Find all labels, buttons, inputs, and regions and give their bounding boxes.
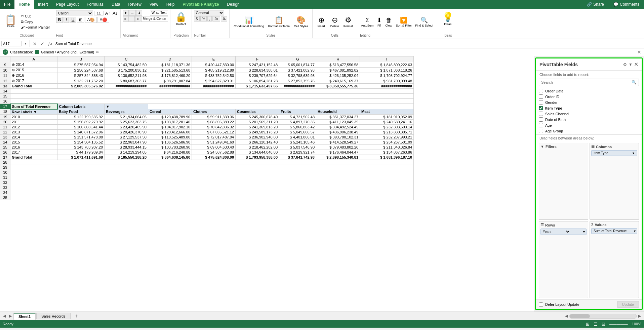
align-left-button[interactable]: ≡ [123, 16, 128, 22]
classification-edit-icon[interactable]: ✏ [96, 50, 99, 54]
cell-B13[interactable]: $ 2,005,305,576.02 [57, 84, 105, 89]
cell-A11[interactable]: ⊕ 2016 [10, 73, 57, 78]
col-header-A[interactable]: A [10, 56, 57, 62]
defer-layout-checkbox[interactable] [539, 302, 543, 307]
cell-H13[interactable]: $ 3,350,555,775.36 [316, 84, 360, 89]
cell-C10[interactable]: $ 175,200,836.12 [105, 68, 148, 73]
tab-data[interactable]: Data [108, 0, 124, 9]
cell-B9[interactable]: $ 275,587,954.94 [57, 62, 105, 68]
clear-button[interactable]: 🗑 Clear [384, 16, 394, 28]
cell-G9[interactable]: $ 65,001,874.77 [279, 62, 316, 68]
border-button[interactable]: ⊞ [77, 17, 84, 23]
cell-C12[interactable]: $ 80,687,303.77 [105, 78, 148, 84]
fill-color-button[interactable]: A🎨 [85, 17, 97, 23]
classification-close-button[interactable]: ✕ [637, 49, 641, 55]
formula-input[interactable] [54, 41, 643, 46]
add-sheet-button[interactable]: ＋ [71, 312, 82, 320]
tab-file[interactable]: File [0, 0, 14, 9]
tab-review[interactable]: Review [124, 0, 145, 9]
bold-button[interactable]: B [56, 17, 63, 23]
cell-H10[interactable]: $ 467,081,892.82 [316, 68, 360, 73]
cell-H18[interactable]: Household [316, 109, 360, 115]
scroll-bar-right[interactable]: ▶ [637, 313, 643, 319]
wrap-text-button[interactable]: Wrap Text [150, 10, 168, 16]
italic-button[interactable]: I [64, 17, 69, 23]
pivot-field-checkbox-age[interactable] [539, 123, 543, 127]
underline-button[interactable]: U [70, 17, 77, 23]
row-header-13[interactable]: 13 [0, 84, 10, 89]
status-bar-icon-normal-view[interactable]: ⊞ [586, 322, 590, 327]
tab-insert[interactable]: Insert [34, 0, 52, 9]
col-header-G[interactable]: G [279, 56, 316, 62]
cell-styles-button[interactable]: 🎨 Cell Styles [292, 15, 310, 29]
format-painter-button[interactable]: 🖌 Format Painter [20, 25, 51, 30]
cell-A17[interactable]: Sum of Total Revenue [10, 104, 57, 109]
column-tag-dropdown-icon[interactable]: ▼ [632, 152, 635, 155]
protect-button[interactable]: 🔒 Protect [173, 10, 189, 34]
fill-button[interactable]: ⬇ Fill [376, 16, 383, 28]
cell-E11[interactable]: $ 438,752,342.50 [192, 73, 236, 78]
cell-A12[interactable]: ⊕ 2017 [10, 78, 57, 84]
cell-H12[interactable]: $ 240,615,169.37 [316, 78, 360, 84]
cell-C18[interactable]: Beverages [105, 109, 148, 115]
cell-F18[interactable]: Cosmetics [236, 109, 279, 115]
tab-sheet1[interactable]: Sheet1 [13, 313, 36, 320]
cell-reference-input[interactable] [1, 41, 22, 46]
cell-E10[interactable]: $ 485,219,212.89 [192, 68, 236, 73]
cell-C13[interactable]: ############### [105, 84, 148, 89]
number-format-select[interactable]: General [194, 10, 224, 15]
font-color-button[interactable]: A🔴 [97, 17, 109, 23]
cell-D18[interactable]: Cereal [148, 109, 192, 115]
pivot-field-checkbox-item-type[interactable] [539, 106, 543, 110]
cell-I9[interactable]: $ 1,846,809,222.63 [360, 62, 414, 68]
cell-E12[interactable]: $ 294,627,829.31 [192, 78, 236, 84]
cell-D9[interactable]: $ 181,118,371.36 [148, 62, 192, 68]
cell-G11[interactable]: $ 32,798,639.98 [279, 73, 316, 78]
cell-D12[interactable]: $ 98,791,007.84 [148, 78, 192, 84]
row-header-10[interactable]: 10 [0, 68, 10, 73]
status-bar-icon-page-layout[interactable]: ☰ [594, 322, 598, 327]
tab-help[interactable]: Help [162, 0, 179, 9]
pivot-field-checkbox-gender[interactable] [539, 100, 543, 105]
cell-I13[interactable]: ############### [360, 84, 414, 89]
pivot-column-tag-item-type[interactable]: Item Type ▼ [591, 150, 637, 156]
pivot-field-checkbox-date-of-birth[interactable] [539, 117, 543, 122]
cell-F11[interactable]: $ 239,707,629.64 [236, 73, 279, 78]
row-header-18[interactable]: 18 [0, 109, 10, 115]
format-button[interactable]: ⚙ Format [342, 15, 355, 29]
pivot-field-checkbox-order-date[interactable] [539, 89, 543, 93]
align-center-button[interactable]: ☰ [128, 16, 135, 22]
cell-C11[interactable]: $ 136,652,211.98 [105, 73, 148, 78]
autosum-button[interactable]: Σ AutoSum [360, 16, 374, 28]
cancel-formula-button[interactable]: ✕ [31, 41, 39, 46]
spreadsheet-area[interactable]: A B C D E F G H I 9 ⊕ 2014 $ 275,587,954… [0, 56, 534, 312]
comma-button[interactable]: , [207, 16, 212, 22]
decimal-decrease-button[interactable]: .0- [221, 16, 228, 22]
cell-A9[interactable]: ⊕ 2014 [10, 62, 57, 68]
cell-B10[interactable]: $ 256,224,537.68 [57, 68, 105, 73]
scroll-left-button[interactable]: ◀ [1, 313, 7, 319]
cell-B12[interactable]: $ 132,271,752.20 [57, 78, 105, 84]
cell-G12[interactable]: $ 27,852,755.76 [279, 78, 316, 84]
col-header-I[interactable]: I [360, 56, 414, 62]
share-button[interactable]: 🔗 Share [582, 0, 609, 9]
copy-button[interactable]: ⧉ Copy [20, 19, 51, 24]
tab-page-layout[interactable]: Page Layout [52, 0, 83, 9]
row-header-12[interactable]: 12 [0, 78, 10, 84]
pivot-value-tag-sum-revenue[interactable]: Sum of Total Revenue ▼ [591, 228, 637, 234]
cell-I18[interactable]: Meat [360, 109, 414, 115]
insert-function-button[interactable]: ƒx [46, 41, 54, 46]
conditional-formatting-button[interactable]: 📊 Conditional Formatting [232, 15, 266, 29]
row-tag-years-arrow[interactable]: ▼ [582, 230, 586, 234]
cell-I11[interactable]: $ 1,708,702,924.77 [360, 73, 414, 78]
cell-H11[interactable]: $ 426,135,252.04 [316, 73, 360, 78]
cell-I10[interactable]: $ 1,871,368,118.26 [360, 68, 414, 73]
horizontal-scrollbar[interactable] [569, 314, 637, 319]
cell-E9[interactable]: $ 420,447,830.00 [192, 62, 236, 68]
cell-D13[interactable]: ############### [148, 84, 192, 89]
font-size-input[interactable] [94, 11, 104, 15]
cell-D11[interactable]: $ 176,812,460.20 [148, 73, 192, 78]
decimal-increase-button[interactable]: .0+ [212, 16, 220, 22]
pivot-search-icon[interactable]: 🔍 [630, 79, 639, 86]
cell-C9[interactable]: $ 143,754,482.50 [105, 62, 148, 68]
